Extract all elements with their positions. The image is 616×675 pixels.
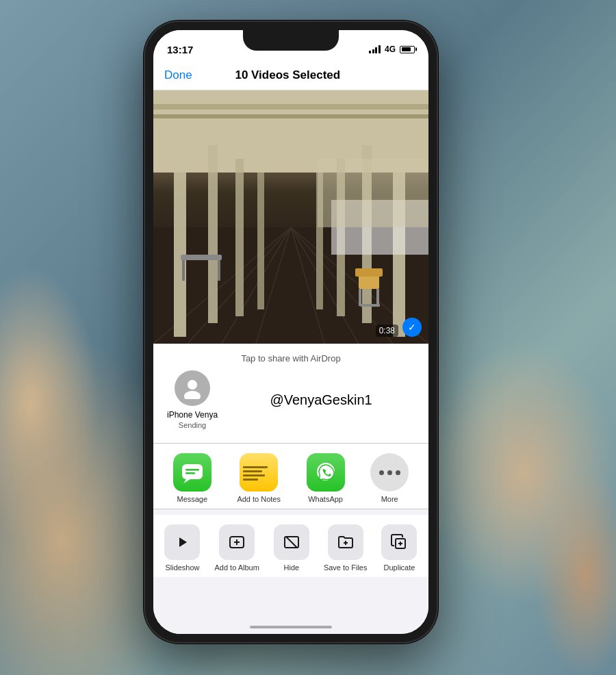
notch (243, 30, 339, 51)
video-selected-badge: ✓ (402, 318, 422, 337)
svg-rect-12 (174, 131, 186, 337)
notes-label: Add to Notes (237, 495, 281, 503)
whatsapp-icon (313, 460, 338, 485)
whatsapp-app-icon (307, 453, 345, 492)
signal-bars-icon (369, 45, 381, 53)
apps-row: Message Add to Notes (153, 444, 428, 509)
phone-screen: 13:17 4G Done 10 Videos S (153, 30, 428, 634)
airdrop-username: @VenyaGeskin1 (270, 392, 372, 407)
phone-device: 13:17 4G Done 10 Videos S (144, 21, 438, 644)
svg-rect-24 (361, 304, 380, 307)
add-album-svg (229, 534, 245, 550)
notes-app-icon (240, 453, 278, 492)
app-item-message[interactable]: Message (173, 453, 211, 503)
video-duration: 0:38 (376, 324, 398, 337)
svg-rect-15 (257, 173, 264, 309)
more-app-icon (370, 453, 409, 492)
airdrop-device-name: iPhone Venya (167, 410, 218, 420)
duplicate-svg (391, 534, 407, 550)
message-app-icon (173, 453, 211, 492)
duplicate-icon (381, 524, 417, 560)
airdrop-section: Tap to share with AirDrop iPhone Venya S… (153, 344, 428, 444)
battery-fill (402, 47, 411, 51)
video-preview[interactable]: 0:38 ✓ (153, 90, 428, 344)
action-item-duplicate[interactable]: Duplicate (381, 524, 417, 572)
svg-rect-26 (181, 255, 222, 260)
pier-scene (153, 90, 428, 344)
svg-rect-21 (355, 268, 383, 277)
svg-rect-34 (185, 469, 199, 471)
signal-bar-2 (372, 49, 374, 53)
person-icon (181, 377, 203, 399)
done-button[interactable]: Done (164, 68, 192, 82)
airdrop-status: Sending (179, 421, 206, 429)
airdrop-avatar[interactable] (175, 370, 210, 406)
save-files-label: Save to Files (324, 563, 368, 572)
svg-rect-32 (182, 464, 203, 479)
svg-rect-1 (153, 104, 428, 110)
nav-title: 10 Videos Selected (235, 68, 340, 82)
svg-rect-23 (376, 289, 379, 306)
svg-line-42 (286, 537, 297, 548)
whatsapp-label: WhatsApp (308, 495, 343, 503)
action-item-hide[interactable]: Hide (274, 524, 309, 572)
scene: 13:17 4G Done 10 Videos S (0, 0, 616, 675)
action-item-save-files[interactable]: Save to Files (324, 524, 368, 572)
message-label: Message (177, 495, 207, 503)
more-dots-icon (379, 470, 400, 475)
hide-label: Hide (284, 563, 300, 572)
folder-svg (337, 534, 354, 550)
svg-rect-29 (318, 159, 428, 227)
airdrop-hint: Tap to share with AirDrop (153, 353, 428, 364)
share-sheet: Tap to share with AirDrop iPhone Venya S… (153, 344, 428, 634)
svg-rect-28 (218, 260, 220, 281)
svg-rect-14 (235, 159, 244, 316)
lte-label: 4G (385, 44, 396, 54)
duplicate-label: Duplicate (384, 563, 415, 572)
add-album-label: Add to Album (214, 563, 259, 572)
signal-bar-1 (369, 51, 371, 53)
check-icon: ✓ (408, 322, 416, 333)
actions-row: Slideshow Add to Album (153, 515, 428, 577)
svg-marker-37 (179, 537, 187, 547)
slideshow-label: Slideshow (165, 563, 199, 572)
svg-rect-22 (359, 289, 361, 306)
save-files-icon (328, 524, 363, 560)
svg-marker-33 (183, 479, 190, 483)
app-item-whatsapp[interactable]: WhatsApp (307, 453, 345, 503)
svg-point-31 (184, 391, 201, 399)
more-label: More (381, 495, 398, 503)
svg-rect-13 (208, 145, 218, 323)
signal-bar-4 (378, 45, 381, 53)
slideshow-icon (164, 524, 200, 560)
status-icons: 4G (369, 44, 415, 54)
svg-rect-35 (185, 472, 195, 474)
nav-bar: Done 10 Videos Selected (153, 60, 428, 90)
signal-bar-3 (375, 47, 377, 53)
svg-rect-2 (153, 114, 428, 118)
hide-svg (283, 534, 300, 550)
svg-rect-27 (182, 260, 185, 281)
hide-icon (274, 524, 309, 560)
status-time: 13:17 (167, 44, 193, 55)
app-item-notes[interactable]: Add to Notes (237, 453, 281, 503)
app-item-more[interactable]: More (370, 453, 409, 503)
message-icon (181, 461, 204, 484)
svg-point-30 (188, 380, 197, 390)
action-item-add-album[interactable]: Add to Album (214, 524, 259, 572)
svg-rect-20 (359, 275, 379, 289)
add-album-icon (219, 524, 255, 560)
battery-icon (400, 46, 415, 53)
action-item-slideshow[interactable]: Slideshow (164, 524, 200, 572)
play-icon (175, 535, 190, 550)
home-indicator (250, 626, 332, 628)
